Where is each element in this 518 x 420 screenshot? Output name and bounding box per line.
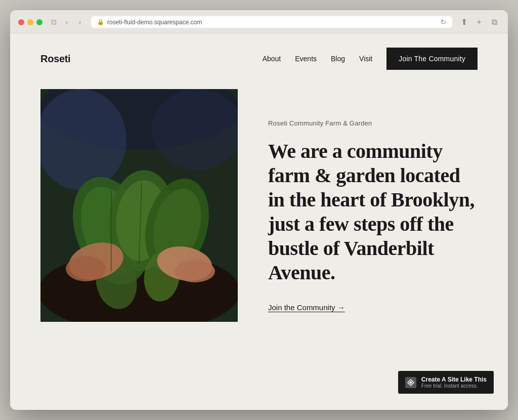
svg-point-16 xyxy=(175,260,215,282)
nav-events[interactable]: Events xyxy=(295,55,317,63)
browser-controls: ⊡ ‹ › xyxy=(49,17,85,27)
squarespace-badge-text: Create A Site Like This Free trial. Inst… xyxy=(421,376,487,389)
new-tab-icon[interactable]: + xyxy=(473,17,485,28)
page-content: Roseti About Events Blog Visit Join The … xyxy=(10,33,508,408)
hero-image xyxy=(40,89,238,322)
minimize-button[interactable] xyxy=(27,19,33,25)
nav-blog[interactable]: Blog xyxy=(331,55,345,63)
badge-subtitle: Free trial. Instant access. xyxy=(421,383,487,389)
close-button[interactable] xyxy=(18,19,24,25)
hero-heading: We are a community farm & garden located… xyxy=(268,139,478,285)
back-button[interactable]: ‹ xyxy=(62,17,72,27)
squarespace-badge[interactable]: Create A Site Like This Free trial. Inst… xyxy=(398,371,494,394)
fullscreen-button[interactable] xyxy=(36,19,42,25)
address-bar[interactable]: 🔒 roseti-fluid-demo.squarespace.com ↻ xyxy=(91,16,452,28)
nav-links: About Events Blog Visit Join The Communi… xyxy=(263,48,478,70)
nav-about[interactable]: About xyxy=(263,55,281,63)
reload-icon[interactable]: ↻ xyxy=(441,18,446,26)
hero-image-inner xyxy=(40,89,238,322)
lock-icon: 🔒 xyxy=(97,19,104,25)
share-icon[interactable]: ⬆ xyxy=(458,17,469,28)
hero-subtitle: Roseti Community Farm & Garden xyxy=(268,119,478,127)
browser-chrome: ⊡ ‹ › 🔒 roseti-fluid-demo.squarespace.co… xyxy=(10,10,508,33)
forward-button[interactable]: › xyxy=(75,17,85,27)
nav-visit[interactable]: Visit xyxy=(359,55,372,63)
navbar: Roseti About Events Blog Visit Join The … xyxy=(10,33,508,84)
url-text: roseti-fluid-demo.squarespace.com xyxy=(107,19,202,26)
content-side: Roseti Community Farm & Garden We are a … xyxy=(268,89,478,312)
browser-window: ⊡ ‹ › 🔒 roseti-fluid-demo.squarespace.co… xyxy=(10,10,508,410)
hero-section: Roseti Community Farm & Garden We are a … xyxy=(10,84,508,352)
join-community-button[interactable]: Join The Community xyxy=(386,48,478,70)
browser-actions: ⬆ + ⧉ xyxy=(458,17,500,28)
badge-title: Create A Site Like This xyxy=(421,376,487,383)
svg-point-14 xyxy=(66,256,106,281)
copy-tab-icon[interactable]: ⧉ xyxy=(489,17,500,28)
site-logo[interactable]: Roseti xyxy=(40,53,70,65)
plant-svg xyxy=(40,89,238,322)
window-mode-icon[interactable]: ⊡ xyxy=(49,17,59,27)
join-community-link[interactable]: Join the Community → xyxy=(268,303,345,312)
traffic-lights xyxy=(18,19,42,25)
squarespace-logo-icon xyxy=(405,377,416,388)
